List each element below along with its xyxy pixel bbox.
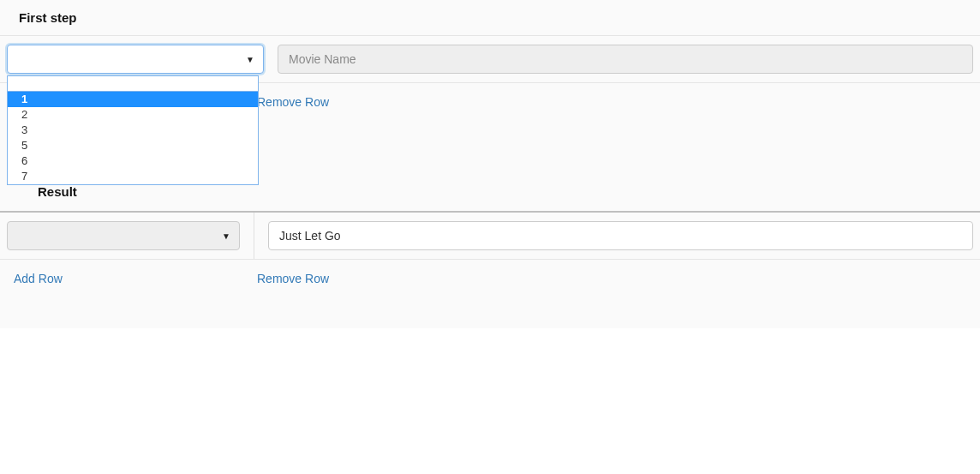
first-step-heading: First step	[0, 0, 980, 35]
dropdown-option[interactable]: 5	[8, 138, 258, 153]
column-separator	[254, 213, 254, 259]
dropdown-option[interactable]: 1	[8, 92, 258, 107]
first-step-dropdown: 1 2 3 5 6 7	[7, 75, 259, 185]
chevron-down-icon: ▼	[246, 55, 254, 64]
result-select[interactable]: ▼	[7, 221, 240, 250]
result-heading: Result	[38, 184, 77, 199]
dropdown-option[interactable]: 3	[8, 123, 258, 138]
add-row-link[interactable]: Add Row	[14, 272, 63, 285]
result-links: Add Row Remove Row	[0, 260, 980, 303]
page-root: First step ▼ 1 2 3 5 6 7 Add Row Remove …	[0, 0, 980, 328]
result-movie-name-input[interactable]	[268, 221, 973, 250]
dropdown-option[interactable]: 6	[8, 153, 258, 169]
result-row: ▼	[0, 211, 980, 260]
dropdown-option[interactable]: 2	[8, 107, 258, 123]
first-step-row: ▼ 1 2 3 5 6 7	[0, 35, 980, 83]
first-step-select-wrap: ▼ 1 2 3 5 6 7	[7, 45, 264, 74]
dropdown-option[interactable]: 7	[8, 169, 258, 184]
remove-row-link[interactable]: Remove Row	[257, 95, 329, 109]
first-step-select[interactable]: ▼	[7, 45, 264, 74]
dropdown-blank-option[interactable]	[8, 76, 258, 92]
movie-name-input[interactable]	[278, 45, 973, 74]
remove-row-link[interactable]: Remove Row	[257, 272, 329, 285]
chevron-down-icon: ▼	[222, 231, 230, 241]
